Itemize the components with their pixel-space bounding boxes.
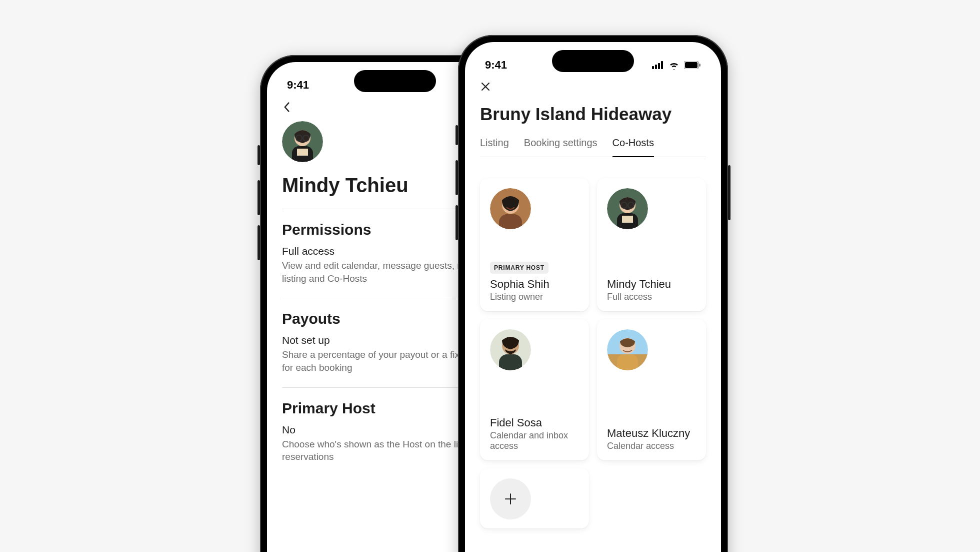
tab-listing[interactable]: Listing	[480, 133, 509, 157]
status-time: 9:41	[485, 59, 507, 72]
tab-booking-settings[interactable]: Booking settings	[524, 133, 598, 157]
back-button[interactable]	[282, 99, 292, 121]
svg-rect-32	[622, 216, 633, 223]
cohost-card[interactable]: Mindy Tchieu Full access	[597, 178, 706, 311]
avatar	[607, 188, 648, 229]
phone-button	[456, 205, 458, 240]
phone-button	[728, 165, 730, 220]
svg-rect-18	[699, 64, 700, 67]
cohost-card[interactable]: Mateusz Kluczny Calendar access	[597, 319, 706, 460]
cohost-name: Mateusz Kluczny	[607, 427, 696, 440]
svg-rect-12	[652, 66, 654, 69]
cellular-icon	[652, 61, 664, 69]
battery-icon	[684, 61, 701, 69]
phone-right: 9:41 Bruny Island Hideaway	[458, 35, 728, 552]
svg-rect-36	[499, 354, 522, 370]
tab-cohosts[interactable]: Co-Hosts	[612, 133, 654, 157]
svg-rect-41	[617, 354, 638, 370]
add-cohost-card[interactable]	[480, 468, 589, 528]
phone-button	[456, 125, 458, 145]
listing-title: Bruny Island Hideaway	[480, 104, 706, 124]
tabs: Listing Booking settings Co-Hosts	[480, 133, 706, 157]
cohost-grid: PRIMARY HOST Sophia Shih Listing owner M…	[480, 178, 706, 528]
avatar	[607, 329, 648, 370]
cohost-role: Calendar and inbox access	[490, 430, 579, 451]
svg-rect-13	[655, 65, 657, 69]
cohost-name: Mindy Tchieu	[607, 278, 696, 291]
status-time: 9:41	[287, 79, 309, 92]
cohost-role: Full access	[607, 292, 696, 302]
cohost-role: Calendar access	[607, 441, 696, 451]
plus-icon	[490, 478, 531, 519]
avatar	[490, 188, 531, 229]
avatar	[490, 329, 531, 370]
svg-rect-14	[658, 63, 660, 69]
phone-button	[258, 145, 260, 165]
svg-rect-24	[499, 214, 522, 229]
phone-button	[258, 225, 260, 260]
phone-button	[456, 160, 458, 195]
svg-rect-11	[297, 149, 308, 156]
cohost-role: Listing owner	[490, 292, 579, 302]
cohost-card-primary[interactable]: PRIMARY HOST Sophia Shih Listing owner	[480, 178, 589, 311]
wifi-icon	[668, 61, 680, 70]
cohost-card[interactable]: Fidel Sosa Calendar and inbox access	[480, 319, 589, 460]
dynamic-island	[354, 70, 436, 92]
svg-rect-17	[685, 62, 698, 68]
dynamic-island	[552, 50, 634, 72]
close-button[interactable]	[480, 79, 491, 100]
primary-host-badge: PRIMARY HOST	[490, 262, 548, 274]
cohost-name: Fidel Sosa	[490, 416, 579, 429]
cohost-name: Sophia Shih	[490, 278, 579, 291]
svg-rect-15	[661, 61, 663, 69]
avatar	[282, 121, 323, 162]
phone-button	[258, 180, 260, 215]
